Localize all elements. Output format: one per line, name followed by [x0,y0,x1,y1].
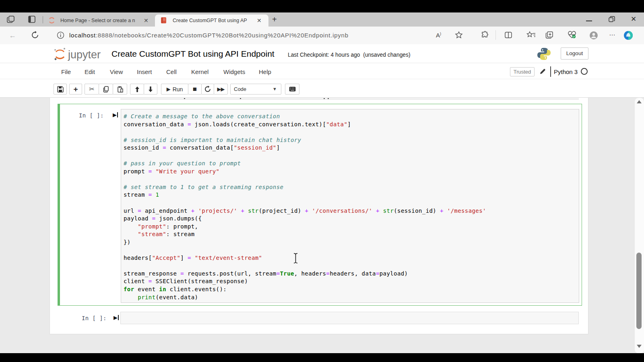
tab-close-icon[interactable]: ✕ [144,17,149,24]
restart-kernel-button[interactable] [201,84,214,95]
collections-icon[interactable] [545,31,553,39]
clipped-previous-cell-line [120,98,579,99]
kernel-divider [550,66,551,77]
code-line: # Create a message to the above conversa… [124,113,579,121]
notebook-title[interactable]: Create CustomGPT Bot using API Endpoint [111,49,275,59]
logout-button[interactable]: Logout [561,47,588,60]
tab-home-page[interactable]: Home Page - Select or create a n ✕ [45,14,153,27]
jupyter-notebook-page: jupyter Create CustomGPT Bot using API E… [0,44,644,353]
code-line: # session_id is important to maintain ch… [124,136,579,144]
move-cell-down-button[interactable] [144,84,157,95]
letterbox-top [0,0,644,12]
run-cell-marker-icon[interactable]: ▶ [113,112,118,118]
window-minimize-button[interactable] [586,21,592,21]
browser-essentials-icon[interactable] [568,31,576,39]
scrollbar[interactable] [635,98,644,354]
tab-title: Home Page - Select or create a n [60,18,139,23]
jupyter-toolbar: + ✂ ▶Run ■ ▶▶ Code ▼ [0,79,644,97]
window-restore-button[interactable] [609,16,615,23]
code-line [124,175,579,183]
profile-avatar[interactable] [589,31,599,40]
tab-actions-icon[interactable] [28,15,36,23]
copilot-icon[interactable] [623,30,634,41]
selected-cell-indicator [58,104,60,306]
code-line: payload = json.dumps({ [124,215,579,223]
menu-widgets[interactable]: Widgets [223,68,245,75]
window-close-button[interactable]: ✕ [631,15,636,23]
cell-type-select[interactable]: Code ▼ [230,84,281,95]
empty-code-cell[interactable] [120,312,579,324]
code-line: conversation_data = json.loads(create_co… [124,121,579,129]
split-screen-icon[interactable] [504,31,512,39]
code-line: stream_response = requests.post(url, str… [124,270,579,278]
code-editor[interactable]: # Create a message to the above conversa… [121,109,579,303]
copy-button[interactable] [99,84,113,95]
code-line [124,152,579,160]
tab-close-icon[interactable]: ✕ [257,17,262,24]
menu-cell[interactable]: Cell [166,68,177,75]
site-info-icon[interactable] [57,31,64,39]
workspaces-icon[interactable] [6,15,15,24]
checkpoint-status: Last Checkpoint: 4 hours ago (unsaved ch… [288,52,411,58]
restart-run-all-button[interactable]: ▶▶ [214,84,228,95]
add-cell-button[interactable]: + [69,84,82,95]
favorites-bar-icon[interactable] [526,31,536,39]
browser-address-bar: ← localhost:8888/notebooks/Create%20Cust… [0,27,644,44]
menu-file[interactable]: File [61,68,71,75]
interrupt-kernel-button[interactable]: ■ [188,84,202,95]
command-palette-button[interactable] [285,84,299,95]
scrollbar-down-arrow[interactable] [637,345,642,348]
code-line [124,246,579,254]
save-button[interactable] [54,84,67,95]
url-path: :8888/notebooks/Create%20CustomGPT%20Bot… [96,32,349,39]
refresh-icon[interactable] [31,31,39,39]
edit-pencil-icon[interactable] [539,68,546,75]
code-line [124,199,579,207]
run-button[interactable]: ▶Run [161,84,188,95]
python-logo [537,47,551,61]
code-line: headers["Accept"] = "text/event-stream" [124,254,579,262]
home-tab-favicon [48,17,55,24]
code-line: stream = 1 [124,191,579,199]
code-line: }) [124,239,579,247]
jupyter-header: jupyter Create CustomGPT Bot using API E… [0,44,644,63]
code-line: prompt = "Write your query" [124,168,579,176]
run-cell-marker-icon[interactable]: ▶ [114,315,119,321]
cut-button[interactable]: ✂ [85,84,99,95]
move-cell-up-button[interactable] [130,84,144,95]
menu-edit[interactable]: Edit [85,68,95,75]
screen: Home Page - Select or create a n ✕ Creat… [0,0,644,362]
scrollbar-thumb[interactable] [636,253,642,329]
new-tab-button[interactable]: + [272,15,277,24]
read-aloud-icon[interactable]: A) [436,32,441,39]
code-line: url = api_endpoint + 'projects/' + str(p… [124,207,579,215]
menu-view[interactable]: View [110,68,123,75]
tab-title: Create CustomGPT Bot using AP [173,18,253,23]
code-cell-selected[interactable]: In [ ]: ▶ # Create a message to the abov… [58,104,582,306]
url-text[interactable]: localhost:8888/notebooks/Create%20Custom… [69,32,349,39]
favorite-star-icon[interactable] [455,31,463,39]
jupyter-menubar: FileEditViewInsertCellKernelWidgetsHelp … [0,63,644,79]
code-line [124,128,579,136]
menu-help[interactable]: Help [259,68,271,75]
kernel-name: Python 3 [554,68,578,75]
input-prompt: In [ ]: [82,315,107,321]
back-icon[interactable]: ← [9,31,16,40]
scrollbar-up-arrow[interactable] [637,100,642,103]
toolbar-divider [495,30,496,40]
code-line: # pass in your question to prompt [124,160,579,168]
code-line: print(event.data) [124,294,579,302]
tab-notebook-active[interactable]: Create CustomGPT Bot using AP ✕ [155,14,268,27]
code-line: session_id = conversation_data["session_… [124,144,579,152]
jupyter-logo[interactable]: jupyter [54,47,106,63]
paste-button[interactable] [113,84,127,95]
trusted-button[interactable]: Trusted [510,67,535,76]
input-prompt: In [ ]: [79,112,104,119]
menu-insert[interactable]: Insert [137,68,152,75]
chevron-down-icon: ▼ [272,86,277,91]
settings-more-icon[interactable]: … [609,30,616,37]
code-line: # set stream to 1 to get a streaming res… [124,183,579,191]
extensions-icon[interactable] [481,31,489,39]
browser-tab-bar: Home Page - Select or create a n ✕ Creat… [0,12,644,27]
menu-kernel[interactable]: Kernel [191,68,208,75]
